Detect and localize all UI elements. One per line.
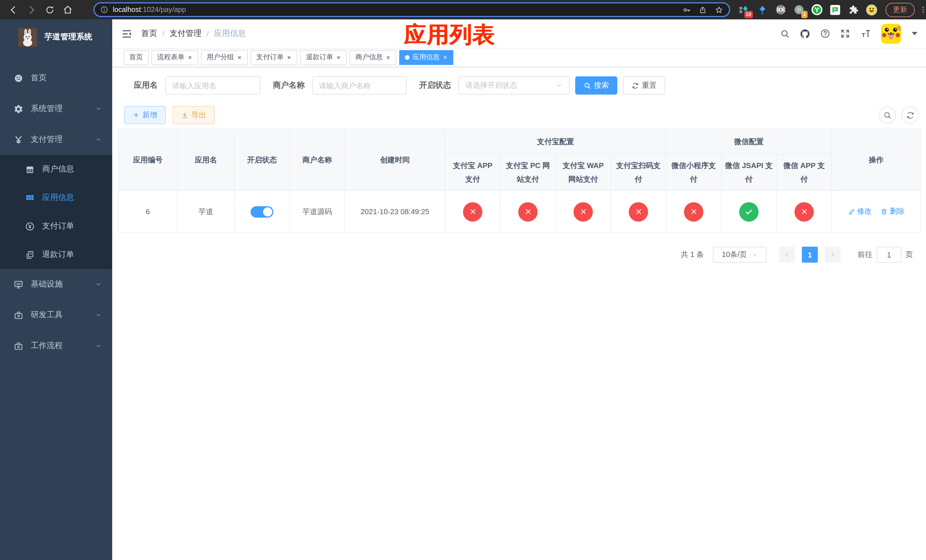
url-text[interactable]: localhost:1024/pay/app bbox=[113, 6, 674, 14]
extension-chat-icon[interactable] bbox=[829, 4, 841, 16]
address-bar[interactable]: localhost:1024/pay/app bbox=[94, 2, 730, 17]
sidebar-item-label: 退款订单 bbox=[42, 250, 74, 260]
delete-link[interactable]: 删除 bbox=[881, 206, 905, 217]
browser-back-icon[interactable] bbox=[6, 2, 21, 17]
chevron-down-icon bbox=[95, 342, 102, 349]
sidebar-item-label: 应用信息 bbox=[42, 192, 74, 203]
app-logo[interactable]: 芋道管理系统 bbox=[0, 20, 112, 55]
page-size-select[interactable]: 10条/页 bbox=[713, 247, 767, 263]
help-icon[interactable] bbox=[820, 29, 830, 39]
col-alipay-qr: 支付宝扫码支付 bbox=[611, 154, 666, 191]
sidebar-item-system[interactable]: 系统管理 bbox=[0, 94, 112, 124]
extension-yudao-icon[interactable] bbox=[811, 4, 823, 16]
refresh-icon[interactable] bbox=[902, 106, 918, 124]
tab-pay-order[interactable]: 支付订单× bbox=[251, 50, 297, 65]
sidebar-item-merchant-info[interactable]: 商户信息 bbox=[0, 155, 112, 183]
add-button[interactable]: 新增 bbox=[124, 106, 166, 124]
profile-smiley-avatar[interactable] bbox=[865, 4, 878, 16]
close-icon[interactable]: × bbox=[442, 54, 448, 61]
extension-command-icon[interactable] bbox=[775, 4, 787, 16]
chevron-down-icon bbox=[752, 251, 758, 258]
font-size-icon[interactable] bbox=[860, 29, 872, 39]
tab-merchant-info[interactable]: 商户信息× bbox=[350, 50, 396, 65]
browser-toolbar: localhost:1024/pay/app 10 bbox=[0, 0, 926, 20]
password-key-icon[interactable] bbox=[682, 5, 691, 14]
export-button-label: 导出 bbox=[191, 110, 206, 120]
page-content: 应用名 商户名称 开启状态 请选择开启状态 搜索 bbox=[112, 67, 926, 560]
top-navbar: 首页 / 支付管理 / 应用信息 应用列表 bbox=[112, 20, 926, 48]
status-select[interactable]: 请选择开启状态 bbox=[458, 76, 569, 95]
browser-menu-icon[interactable] bbox=[919, 5, 926, 14]
github-icon[interactable] bbox=[800, 28, 810, 39]
search-button[interactable]: 搜索 bbox=[575, 76, 617, 95]
chevron-down-icon bbox=[95, 312, 102, 318]
goto-page-input[interactable] bbox=[876, 247, 902, 263]
hide-search-icon[interactable] bbox=[879, 106, 896, 124]
cell-alipay-pc bbox=[500, 191, 555, 233]
tab-app-info[interactable]: 应用信息× bbox=[399, 50, 453, 65]
payment-submenu: 商户信息 应用信息 支付订单 bbox=[0, 155, 112, 269]
tab-home[interactable]: 首页 bbox=[124, 50, 149, 65]
sidebar-menu: 首页 系统管理 支付管理 bbox=[0, 55, 112, 361]
avatar-caret-icon[interactable] bbox=[912, 32, 917, 35]
export-button[interactable]: 导出 bbox=[172, 106, 215, 124]
site-info-icon[interactable] bbox=[100, 6, 108, 14]
breadcrumb-home[interactable]: 首页 bbox=[141, 29, 157, 39]
close-icon[interactable]: × bbox=[336, 54, 341, 61]
close-icon[interactable]: × bbox=[286, 54, 292, 61]
close-icon[interactable]: × bbox=[237, 54, 242, 61]
header-search-icon[interactable] bbox=[780, 29, 790, 38]
reset-button[interactable]: 重置 bbox=[623, 76, 665, 95]
breadcrumb-payment[interactable]: 支付管理 bbox=[170, 29, 201, 39]
browser-forward-icon[interactable] bbox=[24, 2, 39, 17]
search-form: 应用名 商户名称 开启状态 请选择开启状态 搜索 bbox=[118, 76, 921, 95]
tab-refund-order[interactable]: 退款订单× bbox=[300, 50, 347, 65]
sidebar-item-workflow[interactable]: 工作流程 bbox=[0, 330, 112, 361]
cell-alipay-app bbox=[445, 191, 500, 233]
app-name-input[interactable] bbox=[165, 76, 260, 95]
sidebar-item-dev-tools[interactable]: 研发工具 bbox=[0, 300, 112, 330]
sidebar-item-payment[interactable]: 支付管理 bbox=[0, 124, 112, 155]
close-icon[interactable]: × bbox=[386, 54, 391, 61]
tab-process-form[interactable]: 流程表单× bbox=[151, 50, 198, 65]
share-icon[interactable] bbox=[699, 5, 707, 14]
prev-page-button[interactable] bbox=[779, 247, 795, 263]
page-number-1[interactable]: 1 bbox=[802, 247, 818, 263]
extension-recorder-icon[interactable]: 1 bbox=[793, 4, 805, 16]
sidebar-item-label: 支付订单 bbox=[42, 221, 74, 231]
chevron-down-icon bbox=[556, 82, 563, 89]
merchant-name-label: 商户名称 bbox=[273, 80, 312, 91]
edit-link[interactable]: 修改 bbox=[848, 206, 872, 217]
breadcrumb-current: 应用信息 bbox=[214, 29, 246, 39]
extensions-puzzle-icon[interactable] bbox=[847, 4, 859, 16]
browser-home-icon[interactable] bbox=[61, 2, 75, 17]
browser-update-button[interactable]: 更新 bbox=[885, 3, 915, 17]
edit-link-label: 修改 bbox=[857, 206, 872, 217]
group-wechat-config: 微信配置 bbox=[666, 129, 832, 154]
col-merchant: 商户名称 bbox=[290, 129, 345, 191]
tags-view: 首页 流程表单× 用户分组× 支付订单× 退款订单× 商户信息× 应用信息× bbox=[112, 48, 926, 67]
tab-label: 应用信息 bbox=[412, 52, 440, 62]
extension-sidebar-icon[interactable]: 10 bbox=[738, 4, 750, 16]
sidebar-item-refund-order[interactable]: 退款订单 bbox=[0, 241, 112, 269]
yen-icon bbox=[14, 135, 23, 144]
sidebar-item-app-info[interactable]: 应用信息 bbox=[0, 183, 112, 212]
browser-reload-icon[interactable] bbox=[42, 2, 57, 17]
user-avatar[interactable] bbox=[881, 24, 901, 44]
app-title: 芋道管理系统 bbox=[44, 32, 92, 42]
tab-user-group[interactable]: 用户分组× bbox=[201, 50, 248, 65]
sidebar-item-home[interactable]: 首页 bbox=[0, 63, 112, 94]
fullscreen-icon[interactable] bbox=[840, 29, 850, 39]
merchant-name-input[interactable] bbox=[312, 76, 407, 95]
extension-kite-icon[interactable] bbox=[756, 4, 768, 16]
briefcase-icon bbox=[14, 310, 23, 320]
bookmark-star-icon[interactable] bbox=[715, 5, 723, 14]
sidebar-item-pay-order[interactable]: 支付订单 bbox=[0, 212, 112, 241]
close-icon[interactable]: × bbox=[188, 54, 192, 61]
sidebar-item-infrastructure[interactable]: 基础设施 bbox=[0, 269, 112, 300]
enabled-toggle[interactable] bbox=[251, 206, 273, 217]
sidebar-collapse-icon[interactable] bbox=[121, 28, 132, 39]
next-page-button[interactable] bbox=[825, 247, 841, 263]
sidebar-item-label: 首页 bbox=[31, 73, 47, 83]
cell-created: 2021-10-23 08:49:25 bbox=[345, 191, 445, 233]
